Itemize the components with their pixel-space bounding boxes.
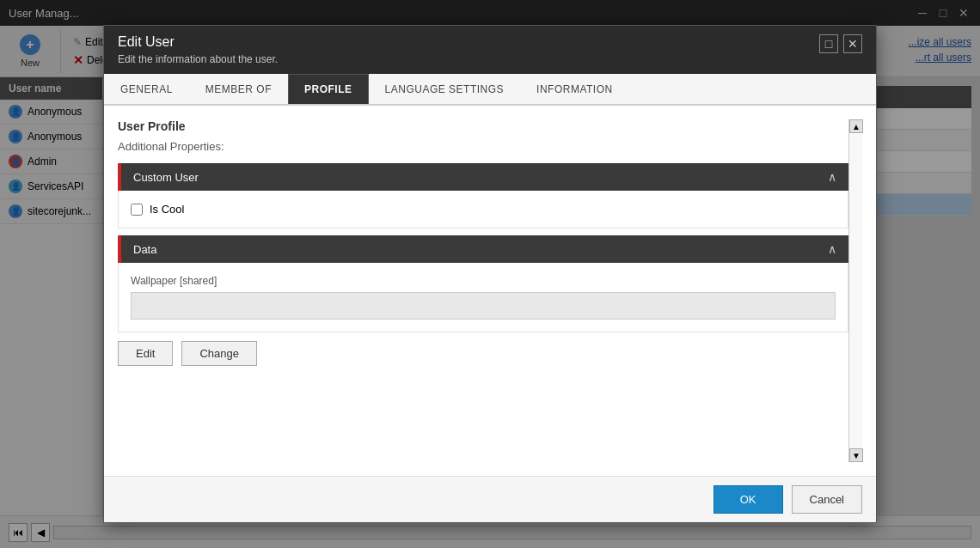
modal-titlebar: Edit User Edit the information about the… (104, 26, 876, 74)
tab-language-settings[interactable]: LANGUAGE SETTINGS (369, 74, 521, 104)
modal-subtitle: Edit the information about the user. (118, 53, 278, 65)
change-field-button[interactable]: Change (181, 341, 257, 366)
tab-general[interactable]: GENERAL (104, 74, 189, 104)
cancel-button[interactable]: Cancel (792, 485, 862, 514)
custom-user-header[interactable]: Custom User ∧ (118, 163, 848, 191)
edit-user-modal: Edit User Edit the information about the… (103, 25, 877, 523)
modal-title-area: Edit User Edit the information about the… (118, 34, 278, 65)
modal-body: User Profile Additional Properties: Cust… (104, 106, 876, 476)
custom-user-accordion: Custom User ∧ Is Cool (118, 163, 848, 228)
additional-props-label: Additional Properties: (118, 140, 848, 153)
is-cool-row: Is Cool (131, 203, 836, 216)
data-toggle-icon: ∧ (828, 242, 836, 256)
data-body: Wallpaper [shared] (118, 263, 848, 332)
ok-button[interactable]: OK (714, 485, 783, 514)
modal-title: Edit User (118, 34, 278, 50)
custom-user-body: Is Cool (118, 191, 848, 228)
wallpaper-input[interactable] (131, 292, 836, 320)
modal-body-main: User Profile Additional Properties: Cust… (118, 119, 848, 462)
modal-overlay: Edit User Edit the information about the… (0, 0, 980, 548)
modal-maximize-button[interactable]: □ (819, 34, 838, 53)
wallpaper-label: Wallpaper [shared] (131, 275, 836, 287)
data-accordion: Data ∧ Wallpaper [shared] (118, 235, 848, 332)
is-cool-label: Is Cool (150, 203, 184, 216)
modal-tabs: GENERAL MEMBER OF PROFILE LANGUAGE SETTI… (104, 74, 876, 106)
user-profile-title: User Profile (118, 119, 848, 133)
tab-profile[interactable]: PROFILE (288, 74, 369, 104)
modal-footer: OK Cancel (104, 476, 876, 522)
scroll-down-button[interactable]: ▼ (849, 448, 863, 462)
tab-member-of[interactable]: MEMBER OF (189, 74, 288, 104)
tab-information[interactable]: INFORMATION (520, 74, 629, 104)
custom-user-title: Custom User (133, 171, 199, 184)
modal-titlebar-controls: □ ✕ (819, 34, 862, 53)
custom-user-toggle-icon: ∧ (828, 170, 836, 184)
scroll-up-button[interactable]: ▲ (849, 119, 863, 133)
data-header[interactable]: Data ∧ (118, 235, 848, 263)
scroll-track[interactable] (849, 133, 862, 448)
modal-scrollbar[interactable]: ▲ ▼ (848, 119, 862, 462)
is-cool-checkbox[interactable] (131, 204, 143, 216)
modal-close-button[interactable]: ✕ (843, 34, 862, 53)
data-title: Data (133, 243, 156, 256)
field-button-row: Edit Change (118, 341, 848, 366)
edit-field-button[interactable]: Edit (118, 341, 173, 366)
